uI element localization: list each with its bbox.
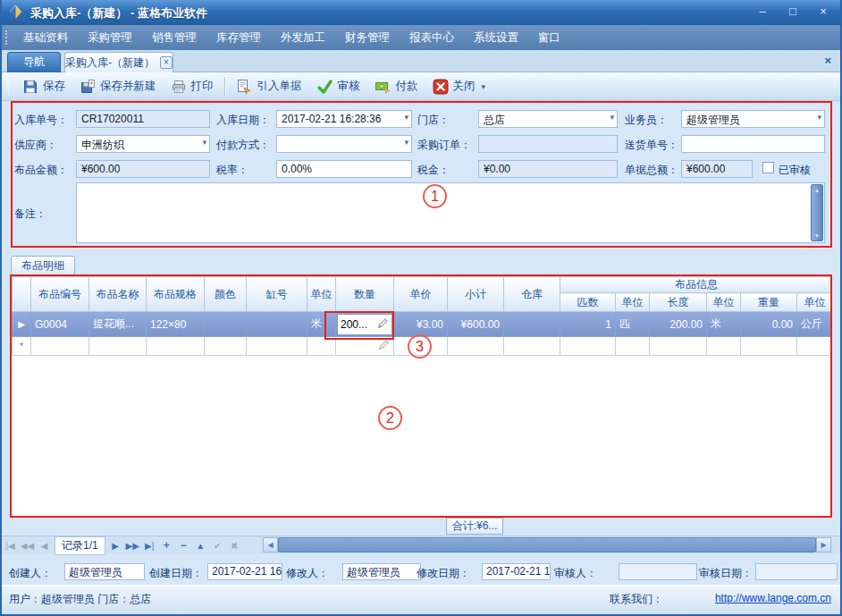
- scroll-right-icon[interactable]: ▶: [816, 537, 831, 553]
- cell-weight-unit[interactable]: 公斤: [797, 312, 832, 337]
- cell-length-unit[interactable]: 米: [707, 312, 741, 337]
- col-header-pieces-unit[interactable]: 单位: [616, 293, 650, 312]
- cell-unit[interactable]: 米: [307, 312, 336, 337]
- doc-total-field[interactable]: ¥600.00: [681, 160, 753, 178]
- nav-first-button[interactable]: |◀: [2, 541, 19, 551]
- dropdown-arrow-icon[interactable]: ▾: [404, 113, 408, 122]
- dropdown-arrow-icon[interactable]: ▾: [610, 113, 614, 122]
- menu-item-outsourcing[interactable]: 外发加工: [271, 25, 335, 50]
- save-and-new-button[interactable]: 保存并新建: [72, 75, 164, 98]
- receipt-date-field[interactable]: 2017-02-21 16:28:36▾: [276, 110, 412, 128]
- pay-button[interactable]: 付款: [367, 75, 425, 98]
- col-header-length-unit[interactable]: 单位: [707, 293, 741, 312]
- cell-weight[interactable]: 0.00: [741, 312, 797, 337]
- cell-name[interactable]: 提花顺...: [89, 312, 147, 337]
- nav-prior-page-button[interactable]: ◀◀: [19, 541, 36, 551]
- dropdown-arrow-icon[interactable]: ▾: [482, 82, 486, 91]
- col-header-code[interactable]: 布品编号: [31, 277, 89, 312]
- audited-checkbox[interactable]: [762, 162, 774, 173]
- purchase-order-field[interactable]: [478, 135, 618, 153]
- cell-color[interactable]: [205, 312, 247, 337]
- close-button[interactable]: ×: [815, 4, 831, 18]
- nav-next-page-button[interactable]: ▶▶: [124, 541, 141, 551]
- scrollbar-thumb[interactable]: [278, 537, 816, 553]
- tabbar-close-icon[interactable]: ×: [824, 54, 831, 67]
- col-header-unit[interactable]: 单位: [307, 277, 336, 312]
- cell-spec[interactable]: 122×80: [147, 312, 205, 337]
- scroll-up-icon[interactable]: ▲: [814, 187, 821, 193]
- tab-navigation[interactable]: 导航: [7, 52, 61, 72]
- col-header-weight-unit[interactable]: 单位: [797, 293, 832, 312]
- delivery-no-field[interactable]: [681, 135, 825, 153]
- cell-length[interactable]: 200.00: [650, 312, 707, 337]
- col-header-weight[interactable]: 重量: [741, 293, 797, 312]
- menu-item-finance[interactable]: 财务管理: [335, 25, 400, 50]
- cell-pieces[interactable]: 1: [560, 312, 616, 337]
- col-header-warehouse[interactable]: 仓库: [504, 277, 560, 312]
- scroll-down-icon[interactable]: ▼: [814, 232, 821, 239]
- nav-last-button[interactable]: ▶|: [141, 541, 158, 551]
- tab-close-icon[interactable]: ×: [160, 56, 173, 69]
- supplier-select[interactable]: 申洲纺织▾: [76, 135, 210, 153]
- cell-code[interactable]: G0004: [31, 312, 89, 337]
- dropdown-arrow-icon[interactable]: ▾: [817, 113, 821, 122]
- cell-warehouse[interactable]: [504, 312, 560, 337]
- pencil-icon[interactable]: [377, 317, 389, 332]
- cell-qty[interactable]: 200...: [336, 312, 394, 337]
- print-button[interactable]: 打印: [164, 75, 221, 98]
- nav-prior-button[interactable]: ◀: [36, 541, 53, 551]
- nav-post-button[interactable]: ✔: [209, 541, 226, 551]
- nav-insert-button[interactable]: +: [158, 539, 175, 552]
- store-select[interactable]: 总店▾: [478, 110, 618, 128]
- col-header-vat-no[interactable]: 缸号: [247, 277, 307, 312]
- qty-editor[interactable]: 200...: [337, 314, 392, 335]
- minimize-button[interactable]: –: [754, 4, 770, 18]
- menu-item-inventory[interactable]: 库存管理: [206, 25, 271, 50]
- new-row[interactable]: *: [13, 337, 832, 356]
- nav-delete-button[interactable]: −: [175, 539, 192, 552]
- maximize-button[interactable]: □: [785, 4, 801, 18]
- table-row[interactable]: ▶ G0004 提花顺... 122×80 米 200... ¥3.00 ¥60…: [13, 312, 832, 337]
- cell-pieces-unit[interactable]: 匹: [616, 312, 650, 337]
- remark-textarea[interactable]: ▲ ▼: [76, 182, 825, 243]
- tab-fabric-details[interactable]: 布品明细: [11, 256, 75, 276]
- receipt-no-field[interactable]: CR17020011: [76, 110, 210, 128]
- dropdown-arrow-icon[interactable]: ▾: [404, 138, 408, 147]
- close-form-button[interactable]: 关闭 ▾: [425, 75, 493, 98]
- nav-edit-button[interactable]: ▲: [192, 541, 209, 551]
- menu-item-window[interactable]: 窗口: [528, 25, 570, 50]
- tab-purchase-inbound[interactable]: 采购入库-（新建） ×: [64, 52, 173, 72]
- tax-field[interactable]: ¥0.00: [478, 160, 618, 178]
- menu-item-sales[interactable]: 销售管理: [142, 25, 206, 50]
- new-row-qty-cell[interactable]: [336, 337, 394, 356]
- cell-vat-no[interactable]: [247, 312, 307, 337]
- col-header-spec[interactable]: 布品规格: [147, 277, 205, 312]
- website-link[interactable]: http://www.lange.com.cn: [715, 592, 831, 604]
- dropdown-arrow-icon[interactable]: ▾: [202, 138, 206, 147]
- col-header-pieces[interactable]: 匹数: [560, 293, 616, 312]
- col-header-name[interactable]: 布品名称: [89, 277, 147, 312]
- menu-item-reports[interactable]: 报表中心: [400, 25, 464, 50]
- menu-item-purchase[interactable]: 采购管理: [78, 25, 142, 50]
- nav-next-button[interactable]: ▶: [107, 541, 124, 551]
- scroll-left-icon[interactable]: ◀: [263, 537, 278, 553]
- cell-subtotal[interactable]: ¥600.00: [448, 312, 504, 337]
- payment-method-select[interactable]: ▾: [276, 135, 412, 153]
- nav-cancel-button[interactable]: ✖: [226, 541, 243, 551]
- fabric-amount-field[interactable]: ¥600.00: [76, 160, 210, 178]
- audit-button[interactable]: 审核: [309, 75, 367, 98]
- cell-price[interactable]: ¥3.00: [394, 312, 448, 337]
- menu-item-system-settings[interactable]: 系统设置: [464, 25, 528, 50]
- scrollbar-vertical[interactable]: ▲ ▼: [811, 184, 823, 241]
- menu-item-basic-data[interactable]: 基础资料: [13, 25, 78, 50]
- save-button[interactable]: 保存: [15, 75, 72, 98]
- tax-rate-field[interactable]: 0.00%: [276, 160, 412, 178]
- col-header-price[interactable]: 单价: [394, 277, 448, 312]
- import-document-button[interactable]: 引入单据: [229, 75, 309, 98]
- scrollbar-horizontal[interactable]: ◀ ▶: [263, 537, 831, 553]
- salesman-select[interactable]: 超级管理员▾: [681, 110, 825, 128]
- col-header-subtotal[interactable]: 小计: [448, 277, 504, 312]
- col-header-qty[interactable]: 数量: [336, 277, 394, 312]
- col-header-length[interactable]: 长度: [650, 293, 707, 312]
- pencil-icon[interactable]: [378, 341, 390, 353]
